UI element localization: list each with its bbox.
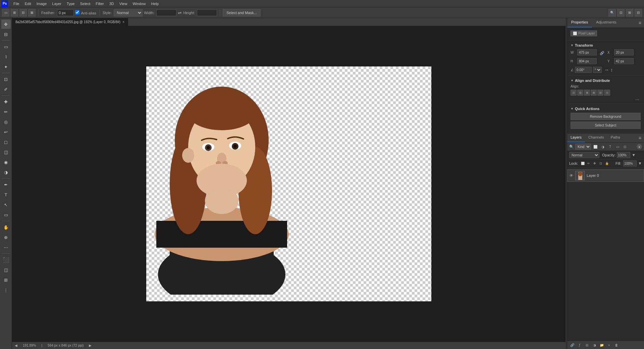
align-center-v-btn[interactable]: ⊟: [597, 90, 603, 96]
menu-edit[interactable]: Edit: [22, 1, 34, 6]
menu-view[interactable]: View: [117, 1, 130, 6]
swap-icon[interactable]: ⇌: [178, 10, 182, 15]
smartobject-filter-btn[interactable]: ⊡: [622, 144, 628, 150]
align-right-btn[interactable]: ⊠: [584, 90, 590, 96]
shape-tool[interactable]: ▭: [1, 210, 11, 219]
flip-h-btn[interactable]: ↔: [604, 67, 609, 72]
lasso-tool[interactable]: ⌇: [1, 52, 11, 61]
shape-filter-btn[interactable]: ▭: [614, 144, 621, 150]
hand-tool[interactable]: ✋: [1, 222, 11, 232]
tab-adjustments[interactable]: Adjustments: [592, 18, 621, 28]
lock-paint-btn[interactable]: ✏: [586, 161, 591, 166]
new-selection-btn[interactable]: ▭: [2, 9, 9, 16]
opacity-input[interactable]: [617, 152, 630, 158]
remove-background-button[interactable]: Remove Background: [571, 113, 641, 120]
add-selection-btn[interactable]: ⊞: [11, 9, 18, 16]
frame-tool[interactable]: ⊞: [1, 275, 11, 285]
kind-filter-select[interactable]: Kind: [575, 144, 591, 150]
lock-position-btn[interactable]: ✥: [592, 161, 597, 166]
magic-wand-tool[interactable]: ✦: [1, 62, 11, 71]
properties-menu-btn[interactable]: ≡: [636, 18, 644, 28]
x-field[interactable]: [614, 49, 634, 55]
align-top-btn[interactable]: ⊞: [591, 90, 597, 96]
move-tool[interactable]: ✥: [1, 19, 11, 29]
select-mask-button[interactable]: Select and Mask...: [223, 9, 261, 16]
lock-pixels-btn[interactable]: ⬜: [580, 161, 585, 166]
menu-type[interactable]: Type: [64, 1, 77, 6]
transform-header[interactable]: ▼ Transform: [571, 43, 641, 47]
anti-alias-checkbox[interactable]: [75, 10, 79, 14]
artboard-tool[interactable]: ⊟: [1, 30, 11, 39]
select-subject-button[interactable]: Select Subject: [571, 121, 641, 129]
zoom-tool[interactable]: ⊕: [1, 233, 11, 242]
type-filter-btn[interactable]: T: [607, 144, 613, 150]
quick-actions-header[interactable]: ▼ Quick Actions: [571, 107, 641, 111]
clone-tool[interactable]: ◎: [1, 117, 11, 127]
width-input[interactable]: [156, 9, 176, 16]
marquee-tool[interactable]: ▭: [1, 42, 11, 51]
opacity-arrow-btn[interactable]: ▼: [632, 153, 636, 157]
menu-file[interactable]: File: [11, 1, 22, 6]
feather-input[interactable]: [57, 9, 74, 16]
height-field[interactable]: [577, 58, 597, 64]
blur-tool[interactable]: ◉: [1, 157, 11, 167]
pixel-filter-btn[interactable]: ⬜: [592, 144, 598, 150]
intersect-selection-btn[interactable]: ⊠: [28, 9, 36, 16]
angle-field[interactable]: [575, 67, 592, 73]
menu-help[interactable]: Help: [149, 1, 162, 6]
layer-visibility-btn[interactable]: 👁: [570, 173, 573, 178]
search-btn[interactable]: 🔍: [608, 9, 616, 16]
pen-tool[interactable]: ✒: [1, 180, 11, 189]
height-input[interactable]: [197, 9, 217, 16]
tab-layers[interactable]: Layers: [567, 134, 585, 142]
brush-tool[interactable]: ✏: [1, 107, 11, 116]
align-bottom-btn[interactable]: ⊡: [604, 90, 610, 96]
layers-menu-btn[interactable]: ≡: [636, 134, 644, 142]
more-options-btn[interactable]: ...: [571, 96, 641, 101]
width-field[interactable]: [577, 49, 597, 55]
menu-3d[interactable]: 3D: [107, 1, 117, 6]
eraser-tool[interactable]: ◻: [1, 137, 11, 147]
menu-image[interactable]: Image: [34, 1, 50, 6]
workspace-btn[interactable]: ⊟: [635, 9, 642, 16]
link-proportions-btn[interactable]: 🔗: [599, 49, 605, 57]
lock-all-btn[interactable]: 🔒: [604, 161, 609, 166]
delete-layer-btn[interactable]: 🗑: [613, 342, 620, 348]
dodge-tool[interactable]: ◑: [1, 167, 11, 177]
screen-mode-btn[interactable]: ⊡: [617, 9, 625, 16]
add-layer-style-btn[interactable]: ƒ: [577, 342, 583, 348]
arrange-btn[interactable]: ⊞: [626, 9, 633, 16]
angle-select[interactable]: °: [593, 67, 602, 73]
heal-tool[interactable]: ✚: [1, 97, 11, 106]
new-group-btn[interactable]: 📁: [599, 342, 605, 348]
link-layers-btn[interactable]: 🔗: [569, 342, 575, 348]
lock-artboard-btn[interactable]: ⊡: [598, 161, 603, 166]
menu-select[interactable]: Select: [77, 1, 93, 6]
adjustment-filter-btn[interactable]: ◑: [600, 144, 606, 150]
align-center-h-btn[interactable]: ⊟: [577, 90, 583, 96]
new-layer-btn[interactable]: +: [606, 342, 612, 348]
menu-window[interactable]: Window: [130, 1, 148, 6]
mask-tool[interactable]: ◫: [1, 265, 11, 275]
tab-close-btn[interactable]: ×: [122, 20, 124, 24]
eyedropper-tool[interactable]: ✐: [1, 85, 11, 94]
menu-filter[interactable]: Filter: [93, 1, 106, 6]
tab-properties[interactable]: Properties: [567, 18, 592, 28]
extra-tool[interactable]: ⋯: [1, 243, 11, 252]
add-mask-btn[interactable]: ⊟: [584, 342, 590, 348]
blend-mode-select[interactable]: Normal: [569, 152, 599, 158]
history-brush-tool[interactable]: ↩: [1, 127, 11, 137]
status-arrow-left[interactable]: ◀: [15, 344, 17, 347]
tab-channels[interactable]: Channels: [585, 134, 607, 142]
gradient-tool[interactable]: ◫: [1, 147, 11, 157]
align-left-btn[interactable]: ⊡: [571, 90, 577, 96]
extra2-tool[interactable]: ⋮: [1, 285, 11, 295]
align-distribute-header[interactable]: ▼ Align and Distribute: [571, 79, 641, 83]
filter-toggle-btn[interactable]: ●: [637, 144, 642, 149]
flip-v-btn[interactable]: ↕: [610, 67, 613, 72]
tab-paths[interactable]: Paths: [607, 134, 624, 142]
path-select-tool[interactable]: ↖: [1, 200, 11, 209]
crop-tool[interactable]: ⊡: [1, 74, 11, 84]
fill-arrow-btn[interactable]: ▼: [638, 161, 642, 166]
active-tab[interactable]: 8a2b6385af57bbc85690fed48431d255.jpg @ 1…: [12, 18, 128, 26]
